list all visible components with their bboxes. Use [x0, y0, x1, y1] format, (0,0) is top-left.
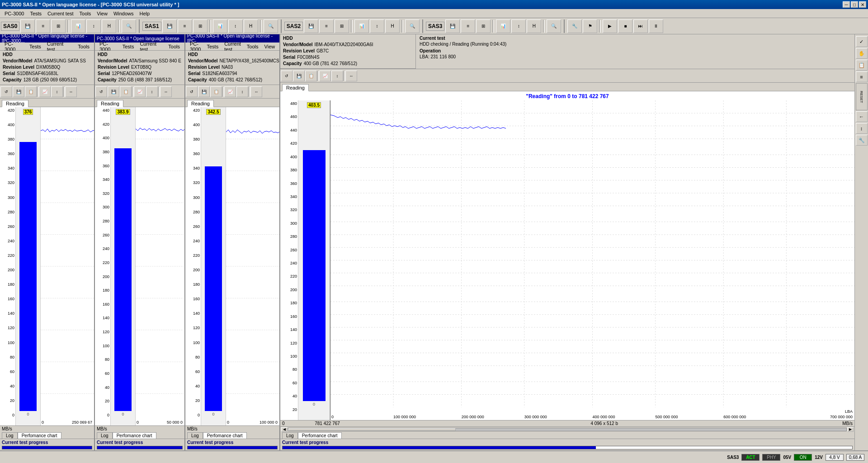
pane2-menu-tests[interactable]: Tests [120, 43, 137, 50]
tb-arrow-icon-3[interactable]: ↕ [511, 19, 526, 33]
tb-arrow-icon-1[interactable]: ↕ [228, 19, 243, 33]
tb-list-icon-3[interactable]: ≡ [461, 19, 475, 33]
maximize-button[interactable]: □ [851, 1, 858, 8]
tb-zoom-icon-3[interactable]: 🔍 [547, 19, 561, 33]
pane4-scroll-thumb[interactable] [288, 428, 456, 431]
menu-current-test[interactable]: Current test [45, 10, 76, 17]
pane3-tb-3[interactable]: 📋 [210, 86, 222, 97]
tb-zoom-icon-2[interactable]: 🔍 [405, 19, 420, 33]
tb-chart-icon-1[interactable]: 📊 [213, 19, 227, 33]
pane4-reading-tab[interactable]: Reading [282, 84, 309, 91]
pane2-tb-2[interactable]: 💾 [108, 86, 119, 97]
pane1-tb-3[interactable]: 📋 [25, 86, 37, 97]
tb-flag-icon[interactable]: ⚑ [583, 19, 597, 33]
tb-arrow-icon-2[interactable]: ↕ [370, 19, 384, 33]
pane1-tb-2[interactable]: 💾 [13, 86, 24, 97]
tb-list-icon-2[interactable]: ≡ [319, 19, 334, 33]
tb-list2-icon-3[interactable]: ⊞ [476, 19, 491, 33]
pane4-tb-3[interactable]: 📋 [305, 71, 317, 81]
tb-list2-icon-2[interactable]: ⊞ [335, 19, 349, 33]
tb-h-icon-1[interactable]: H [244, 19, 258, 33]
pane1-reading-tab[interactable]: Reading [2, 100, 28, 107]
pane4-tb-6[interactable]: ↔ [345, 71, 357, 81]
minimize-button[interactable]: ─ [843, 1, 850, 8]
pane4-scroll-right[interactable]: ▶ [847, 427, 854, 432]
pane2-tb-5[interactable]: ↕ [146, 86, 158, 97]
pane3-tb-6[interactable]: ↔ [250, 86, 262, 97]
close-button[interactable]: ✕ [859, 1, 866, 8]
pane2-tb-4[interactable]: 📈 [134, 86, 146, 97]
pane2-menu-tools[interactable]: Tools [165, 43, 183, 50]
pane2-tb-3[interactable]: 📋 [120, 86, 132, 97]
pane1-tb-6[interactable]: ↔ [65, 86, 77, 97]
pane1-tb-5[interactable]: ↕ [51, 86, 63, 97]
tb-hdd-icon-0[interactable]: 💾 [20, 19, 35, 33]
sidebar-btn-7[interactable]: 🔧 [856, 135, 868, 146]
sidebar-btn-6[interactable]: ↕ [856, 123, 868, 134]
pane2-tb-6[interactable]: ↔ [160, 86, 172, 97]
pane2-reading-tab[interactable]: Reading [97, 100, 123, 107]
pane3-menu-tests[interactable]: Tests [204, 43, 221, 50]
pane-sas2: PC-3000 SAS-II * Open language license -… [185, 34, 280, 450]
tb-step-button[interactable]: ⏭ [633, 19, 648, 33]
pane3-tb-1[interactable]: ↺ [186, 86, 198, 97]
pane2-log-tab[interactable]: Log [97, 432, 113, 439]
pane1-menu-tests[interactable]: Tests [27, 43, 44, 50]
tb-h-icon-2[interactable]: H [385, 19, 400, 33]
tb-pause-button[interactable]: ⏸ [649, 19, 663, 33]
sidebar-btn-4[interactable]: ≡ [856, 71, 868, 82]
tb-zoom-icon-0[interactable]: 🔍 [122, 19, 136, 33]
pane3-log-tab[interactable]: Log [187, 432, 203, 439]
pane3-menu-tools[interactable]: Tools [244, 43, 261, 50]
pane3-menu-view[interactable]: View [262, 43, 278, 50]
pane4-tb-1[interactable]: ↺ [281, 71, 292, 81]
pane4-tb-4[interactable]: 📈 [319, 71, 331, 81]
tb-chart-icon-3[interactable]: 📊 [496, 19, 510, 33]
pane1-tb-1[interactable]: ↺ [0, 86, 12, 97]
pane3-tb-5[interactable]: ↕ [236, 86, 248, 97]
tb-zoom-icon-1[interactable]: 🔍 [264, 19, 278, 33]
tb-stop-button[interactable]: ■ [618, 19, 632, 33]
menu-pc3000[interactable]: PC-3000 [2, 10, 27, 17]
tb-play-button[interactable]: ▶ [603, 19, 617, 33]
pane3-tb-2[interactable]: 💾 [198, 86, 210, 97]
pane2-tb-1[interactable]: ↺ [95, 86, 107, 97]
menu-view[interactable]: View [94, 10, 110, 17]
menu-tools[interactable]: Tools [77, 10, 94, 17]
tb-arrow-icon-0[interactable]: ↕ [86, 19, 101, 33]
pane1-perf-tab[interactable]: Perfomance chart [18, 432, 61, 439]
pane1-menu-tools[interactable]: Tools [75, 43, 92, 50]
sidebar-btn-2[interactable]: ✋ [856, 48, 868, 59]
pane4-tb-2[interactable]: 💾 [293, 71, 305, 81]
tb-chart-icon-2[interactable]: 📊 [354, 19, 369, 33]
pane4-perf-tab[interactable]: Perfomance chart [298, 432, 342, 439]
pane4-scrollbar[interactable]: ◀ ▶ [280, 426, 854, 432]
pane4-log-tab[interactable]: Log [282, 432, 298, 439]
sidebar-reset-btn[interactable]: RESET [856, 83, 868, 110]
menu-help[interactable]: Help [137, 10, 153, 17]
tb-hdd-icon-3[interactable]: 💾 [445, 19, 460, 33]
sidebar-btn-3[interactable]: 📋 [856, 60, 868, 71]
tb-list2-icon-0[interactable]: ⊞ [51, 19, 66, 33]
pane1-tb-4[interactable]: 📈 [39, 86, 51, 97]
menu-windows[interactable]: Windows [111, 10, 137, 17]
menu-tests[interactable]: Tests [27, 10, 44, 17]
tb-wrench-icon[interactable]: 🔧 [567, 19, 582, 33]
sidebar-btn-1[interactable]: ✓ [856, 36, 868, 47]
pane3-reading-tab[interactable]: Reading [187, 100, 214, 107]
pane4-tb-5[interactable]: ↕ [331, 71, 343, 81]
tb-list-icon-1[interactable]: ≡ [178, 19, 192, 33]
sidebar-btn-5[interactable]: ← [856, 111, 868, 122]
pane2-perf-tab[interactable]: Perfomance chart [113, 432, 156, 439]
tb-h-icon-0[interactable]: H [102, 19, 116, 33]
tb-chart-icon-0[interactable]: 📊 [71, 19, 85, 33]
pane4-scroll-left[interactable]: ◀ [281, 427, 288, 432]
tb-hdd-icon-1[interactable]: 💾 [162, 19, 177, 33]
pane3-perf-tab[interactable]: Perfomance chart [203, 432, 247, 439]
tb-list-icon-0[interactable]: ≡ [36, 19, 50, 33]
tb-hdd-icon-2[interactable]: 💾 [304, 19, 318, 33]
pane1-log-tab[interactable]: Log [2, 432, 18, 439]
pane3-tb-4[interactable]: 📈 [224, 86, 236, 97]
tb-h-icon-3[interactable]: H [527, 19, 541, 33]
tb-list2-icon-1[interactable]: ⊞ [193, 19, 208, 33]
